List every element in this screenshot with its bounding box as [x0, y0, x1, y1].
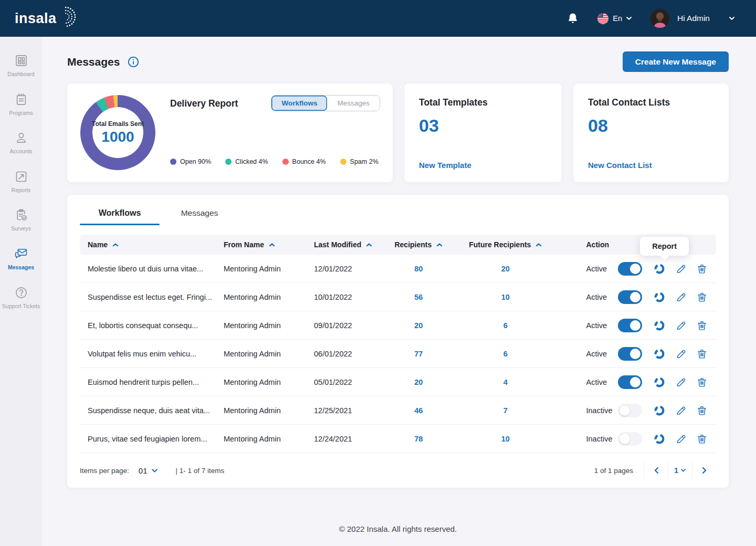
delete-trash-icon[interactable]	[696, 405, 708, 416]
info-icon[interactable]	[127, 56, 140, 68]
table-row: Et, lobortis consequat consequ... Mentor…	[80, 311, 716, 340]
create-new-message-button[interactable]: Create New Message	[623, 51, 729, 72]
report-icon[interactable]	[654, 433, 665, 445]
envelope-chat-icon	[14, 247, 28, 261]
workflow-name: Euismod hendrerit turpis pellen...	[80, 378, 224, 386]
from-name: Mentoring Admin	[224, 350, 314, 358]
delete-trash-icon[interactable]	[696, 433, 708, 445]
report-icon[interactable]	[654, 291, 665, 303]
table-row: Euismod hendrerit turpis pellen... Mento…	[80, 368, 716, 396]
brand-logo[interactable]: insala	[15, 7, 77, 30]
edit-pencil-icon[interactable]	[675, 263, 687, 275]
sidebar-item-support-tickets[interactable]: Support Tickets	[0, 280, 42, 315]
future-recipients-link[interactable]: 6	[503, 321, 508, 330]
chevron-left-icon	[654, 467, 659, 474]
language-selector[interactable]: En	[597, 13, 632, 25]
recipients-link[interactable]: 56	[414, 293, 423, 301]
sort-caret-icon[interactable]	[536, 243, 542, 247]
future-recipients-link[interactable]: 6	[503, 350, 508, 358]
person-icon	[14, 131, 28, 145]
sidebar-item-programs[interactable]: Programs	[0, 87, 42, 122]
segment-messages[interactable]: Messages	[327, 96, 380, 111]
sort-caret-icon[interactable]	[436, 243, 443, 247]
avatar	[650, 8, 670, 28]
status-toggle[interactable]	[618, 290, 642, 304]
tab-messages[interactable]: Messages	[160, 208, 239, 225]
status-label: Active	[586, 265, 618, 273]
column-name: Name	[88, 240, 108, 249]
edit-pencil-icon[interactable]	[675, 348, 687, 360]
next-page-button[interactable]	[692, 461, 716, 479]
future-recipients-link[interactable]: 20	[501, 265, 510, 273]
user-menu[interactable]: Hi Admin	[650, 8, 735, 28]
sidebar-item-surveys[interactable]: Surveys	[0, 203, 42, 237]
language-label: En	[613, 14, 622, 23]
recipients-link[interactable]: 20	[414, 378, 423, 386]
edit-pencil-icon[interactable]	[675, 291, 687, 303]
delete-trash-icon[interactable]	[696, 320, 708, 331]
report-icon[interactable]	[654, 348, 665, 360]
sidebar-item-dashboard[interactable]: Dashboard	[0, 48, 42, 83]
status-toggle[interactable]	[618, 432, 642, 446]
from-name: Mentoring Admin	[224, 265, 314, 273]
from-name: Mentoring Admin	[224, 435, 314, 443]
prev-page-button[interactable]	[644, 461, 668, 479]
new-contact-list-link[interactable]: New Contact List	[588, 161, 714, 170]
delete-trash-icon[interactable]	[696, 291, 708, 303]
from-name: Mentoring Admin	[224, 321, 314, 330]
edit-pencil-icon[interactable]	[675, 320, 687, 331]
delete-trash-icon[interactable]	[696, 348, 708, 360]
delete-trash-icon[interactable]	[696, 376, 708, 388]
report-icon[interactable]	[654, 263, 665, 275]
report-icon[interactable]	[654, 376, 665, 388]
edit-pencil-icon[interactable]	[675, 376, 687, 388]
page-title: Messages	[67, 56, 120, 68]
last-modified: 12/25/2021	[314, 406, 391, 415]
notification-bell-icon[interactable]	[566, 12, 579, 25]
future-recipients-link[interactable]: 7	[503, 406, 508, 415]
items-per-page-select[interactable]: 01	[139, 466, 158, 475]
sidebar-item-label: Support Tickets	[2, 303, 40, 310]
table-row: Suspendisse est lectus eget. Fringi... M…	[80, 283, 716, 311]
status-toggle[interactable]	[618, 347, 642, 361]
status-toggle[interactable]	[618, 375, 642, 389]
report-icon[interactable]	[654, 405, 665, 416]
table-row: Purus, vitae sed feugiapien lorem... Men…	[80, 425, 716, 453]
tab-workflows[interactable]: Workflows	[80, 208, 160, 225]
future-recipients-link[interactable]: 4	[503, 378, 508, 386]
workflow-name: Et, lobortis consequat consequ...	[80, 321, 224, 330]
sort-caret-icon[interactable]	[269, 243, 275, 247]
edit-pencil-icon[interactable]	[675, 433, 687, 445]
sidebar-item-messages[interactable]: Messages	[0, 242, 42, 276]
report-icon[interactable]	[654, 320, 665, 331]
sidebar-item-accounts[interactable]: Accounts	[0, 125, 42, 160]
status-toggle[interactable]	[618, 319, 642, 332]
copyright-text: © 2022 Insala. All rights reserved.	[339, 524, 457, 533]
new-template-link[interactable]: New Template	[419, 161, 547, 170]
status-label: Active	[586, 350, 618, 358]
workflow-name: Purus, vitae sed feugiapien lorem...	[80, 435, 224, 443]
stat-value: 03	[419, 116, 547, 136]
status-toggle[interactable]	[618, 404, 642, 417]
delete-trash-icon[interactable]	[696, 263, 708, 275]
segment-workflows[interactable]: Workflows	[271, 96, 327, 111]
sort-caret-icon[interactable]	[366, 243, 372, 247]
chevron-down-icon	[729, 16, 735, 20]
sidebar-item-reports[interactable]: Reports	[0, 164, 42, 199]
legend-item-clicked: Clicked 4%	[225, 158, 268, 165]
edit-pencil-icon[interactable]	[675, 405, 687, 416]
future-recipients-link[interactable]: 10	[501, 435, 510, 443]
from-name: Mentoring Admin	[224, 378, 314, 386]
recipients-link[interactable]: 20	[414, 321, 423, 330]
last-modified: 05/01/2022	[314, 378, 391, 386]
column-future-recipients: Future Recipients	[469, 240, 531, 249]
future-recipients-link[interactable]: 10	[501, 293, 510, 301]
current-page-select[interactable]: 1	[668, 461, 692, 479]
status-toggle[interactable]	[618, 262, 642, 276]
recipients-link[interactable]: 80	[414, 265, 423, 273]
sidebar-item-label: Reports	[12, 187, 31, 194]
sort-caret-icon[interactable]	[112, 243, 119, 247]
recipients-link[interactable]: 78	[414, 435, 423, 443]
recipients-link[interactable]: 46	[414, 406, 423, 415]
recipients-link[interactable]: 77	[414, 350, 423, 358]
